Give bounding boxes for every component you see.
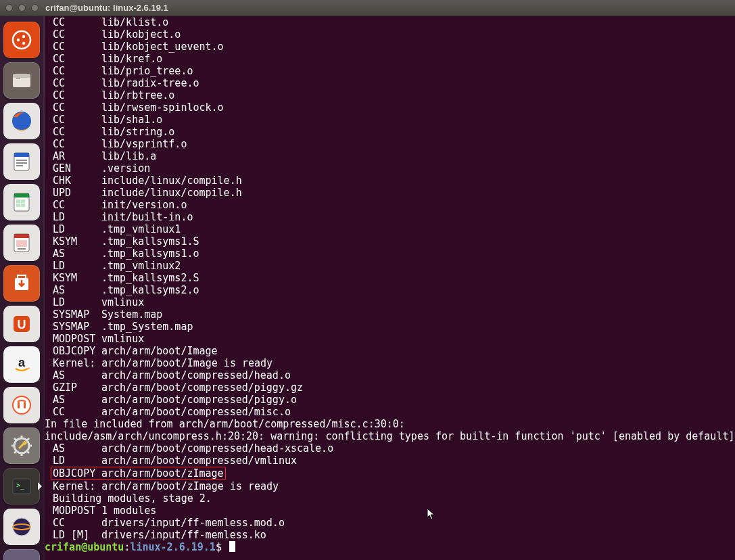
svg-line-36 <box>14 438 17 441</box>
terminal-line: GEN.version <box>45 162 735 174</box>
terminal-line: LD [M]drivers/input/ff-memless.ko <box>45 529 735 541</box>
svg-rect-11 <box>16 162 27 164</box>
terminal-line: LD.tmp_vmlinux1 <box>45 223 735 235</box>
minimize-icon[interactable] <box>18 4 26 11</box>
launcher-ubuntuone[interactable]: U <box>3 306 40 342</box>
terminal-line: LDinit/built-in.o <box>45 211 735 223</box>
svg-rect-18 <box>21 204 25 207</box>
svg-line-38 <box>26 438 29 441</box>
terminal-line: CClib/string.o <box>45 126 735 138</box>
terminal-line: KSYM.tmp_kallsyms2.S <box>45 272 735 284</box>
terminal-line: CClib/kobject_uevent.o <box>45 41 735 53</box>
launcher-settings[interactable] <box>3 427 40 464</box>
svg-point-0 <box>13 31 30 49</box>
svg-rect-30 <box>24 402 26 409</box>
terminal-line: LD.tmp_vmlinux2 <box>45 260 735 272</box>
launcher-calc[interactable] <box>3 184 40 220</box>
terminal-line: LDarch/arm/boot/compressed/vmlinux <box>45 454 735 467</box>
svg-text:a: a <box>18 356 26 369</box>
terminal-line: ASarch/arm/boot/compressed/piggy.o <box>45 394 735 406</box>
launcher-impress[interactable] <box>3 225 40 261</box>
terminal-line: In file included from arch/arm/boot/comp… <box>45 418 735 430</box>
terminal-line: CClib/radix-tree.o <box>45 77 735 89</box>
terminal-line: Kernel: arch/arm/boot/Image is ready <box>45 357 735 369</box>
terminal-line: Kernel: arch/arm/boot/zImage is ready <box>45 480 735 492</box>
terminal-line: CCarch/arm/boot/compressed/misc.o <box>45 406 735 418</box>
launcher-active-indicator-icon <box>38 482 42 490</box>
svg-rect-20 <box>14 234 29 238</box>
terminal-line: CClib/sha1.o <box>45 114 735 126</box>
terminal-line: CClib/kref.o <box>45 53 735 65</box>
desktop: Ua>_ CClib/klist.oCClib/kobject.oCClib/k… <box>0 16 735 560</box>
terminal-line: SYSMAPSystem.map <box>45 308 735 321</box>
terminal-line: GZIParch/arm/boot/compressed/piggy.gz <box>45 381 735 394</box>
terminal-prompt[interactable]: crifan@ubuntu:linux-2.6.19.1$ <box>45 541 735 553</box>
launcher-desktop[interactable] <box>3 549 40 560</box>
terminal-line: ASarch/arm/boot/compressed/head.o <box>45 369 735 381</box>
terminal-cursor-icon <box>229 541 235 552</box>
svg-rect-5 <box>13 74 30 78</box>
terminal-line: MODPOST1 modules <box>45 505 735 517</box>
terminal-window[interactable]: CClib/klist.oCClib/kobject.oCClib/kobjec… <box>45 16 735 560</box>
terminal-line: include/asm/arch/uncompress.h:20:20: war… <box>45 430 735 442</box>
svg-point-3 <box>22 42 25 45</box>
terminal-line: UPDinclude/linux/compile.h <box>45 187 735 199</box>
terminal-line: CClib/vsprintf.o <box>45 138 735 150</box>
launcher-amazon[interactable]: a <box>3 346 40 383</box>
svg-rect-9 <box>14 153 29 157</box>
svg-rect-12 <box>16 165 23 166</box>
launcher-files[interactable] <box>3 62 40 99</box>
launcher-dash[interactable] <box>3 22 40 58</box>
terminal-line: CClib/rbtree.o <box>45 89 735 101</box>
terminal-line-highlighted: OBJCOPYarch/arm/boot/zImage <box>45 467 735 480</box>
svg-point-28 <box>14 397 30 413</box>
launcher-software[interactable] <box>3 265 40 302</box>
terminal-line: CCdrivers/input/ff-memless.mod.o <box>45 517 735 529</box>
svg-rect-14 <box>14 193 29 197</box>
terminal-line: CClib/klist.o <box>45 16 735 28</box>
terminal-line: OBJCOPYarch/arm/boot/Image <box>45 345 735 357</box>
svg-rect-21 <box>16 240 27 247</box>
svg-point-1 <box>17 39 20 41</box>
terminal-line: KSYM.tmp_kallsyms1.S <box>45 235 735 248</box>
window-title: crifan@ubuntu: linux-2.6.19.1 <box>45 3 168 13</box>
svg-rect-29 <box>18 402 20 409</box>
svg-rect-16 <box>21 200 25 203</box>
launcher-rhythmbox[interactable] <box>3 387 40 423</box>
svg-line-37 <box>26 450 29 453</box>
svg-text:>_: >_ <box>16 482 25 490</box>
terminal-line: CClib/kobject.o <box>45 28 735 41</box>
terminal-line: CHKinclude/linux/compile.h <box>45 174 735 187</box>
terminal-line: CClib/rwsem-spinlock.o <box>45 101 735 114</box>
terminal-line: LDvmlinux <box>45 296 735 308</box>
svg-point-2 <box>22 35 25 38</box>
launcher-writer[interactable] <box>3 143 40 180</box>
terminal-line: CClib/prio_tree.o <box>45 65 735 77</box>
terminal-line: AS.tmp_kallsyms2.o <box>45 284 735 296</box>
svg-rect-15 <box>16 200 20 203</box>
svg-rect-17 <box>16 204 20 207</box>
svg-line-39 <box>14 450 17 453</box>
launcher-eclipse[interactable] <box>3 509 40 545</box>
terminal-line: Building modules, stage 2. <box>45 492 735 505</box>
svg-rect-10 <box>16 160 27 161</box>
svg-rect-6 <box>16 78 20 79</box>
svg-text:U: U <box>18 318 26 331</box>
svg-rect-22 <box>18 248 26 250</box>
window-titlebar: crifan@ubuntu: linux-2.6.19.1 <box>0 0 735 16</box>
maximize-icon[interactable] <box>31 4 39 11</box>
terminal-line: CCinit/version.o <box>45 199 735 211</box>
unity-launcher[interactable]: Ua>_ <box>0 16 43 560</box>
launcher-firefox[interactable] <box>3 103 40 139</box>
terminal-line: SYSMAP.tmp_System.map <box>45 321 735 333</box>
window-buttons[interactable] <box>5 4 39 11</box>
close-icon[interactable] <box>5 4 13 11</box>
launcher-terminal[interactable]: >_ <box>3 468 40 505</box>
terminal-line: ASarch/arm/boot/compressed/head-xscale.o <box>45 442 735 454</box>
terminal-line: MODPOSTvmlinux <box>45 333 735 345</box>
terminal-line: AS.tmp_kallsyms1.o <box>45 248 735 260</box>
terminal-line: ARlib/lib.a <box>45 150 735 162</box>
